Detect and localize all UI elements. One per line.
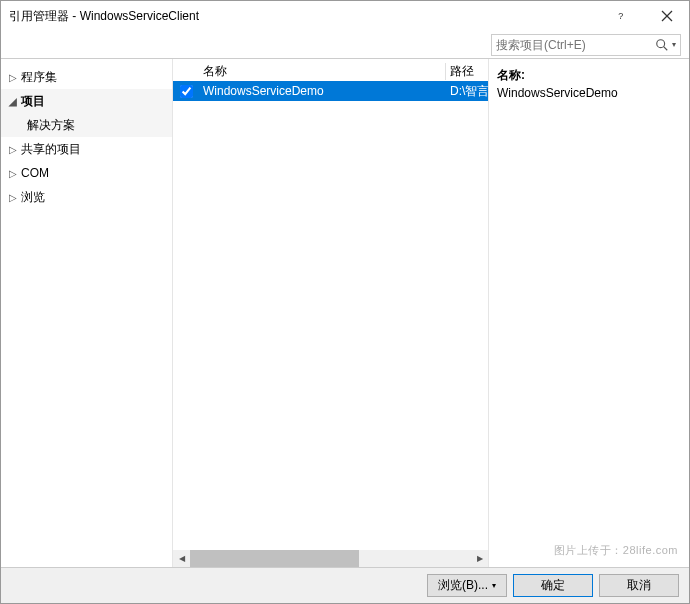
chevron-right-icon: ▷	[7, 72, 19, 83]
sidebar-item-label: 项目	[19, 93, 45, 110]
ok-button[interactable]: 确定	[513, 574, 593, 597]
chevron-right-icon: ▷	[7, 192, 19, 203]
row-checkbox[interactable]	[180, 85, 193, 98]
footer: 浏览(B)... ▾ 确定 取消	[1, 567, 689, 603]
chevron-down-icon: ◢	[7, 96, 19, 107]
search-box[interactable]: ▾	[491, 34, 681, 56]
center-panel: 名称 路径 WindowsServiceDemo D:\智言 ◀ ▶	[173, 59, 489, 567]
scroll-left-icon[interactable]: ◀	[173, 550, 190, 567]
window-title: 引用管理器 - WindowsServiceClient	[9, 8, 599, 25]
sidebar-item-projects[interactable]: ◢ 项目	[1, 89, 172, 113]
scroll-track[interactable]	[190, 550, 471, 567]
browse-button-label: 浏览(B)...	[438, 577, 488, 594]
details-panel: 名称: WindowsServiceDemo	[489, 59, 689, 567]
search-input[interactable]	[496, 38, 655, 52]
sidebar-item-label: 程序集	[19, 69, 57, 86]
sidebar-item-shared[interactable]: ▷ 共享的项目	[1, 137, 172, 161]
close-button[interactable]	[644, 1, 689, 31]
sidebar-item-label: 浏览	[19, 189, 45, 206]
col-header-path[interactable]: 路径	[446, 63, 488, 80]
sidebar-item-assemblies[interactable]: ▷ 程序集	[1, 65, 172, 89]
help-button[interactable]: ?	[599, 1, 644, 31]
details-name-value: WindowsServiceDemo	[497, 86, 681, 108]
svg-point-3	[657, 39, 665, 47]
search-row: ▾	[1, 31, 689, 59]
titlebar: 引用管理器 - WindowsServiceClient ?	[1, 1, 689, 31]
col-header-name[interactable]: 名称	[199, 63, 446, 80]
svg-text:?: ?	[618, 11, 623, 21]
details-name-label: 名称:	[497, 67, 681, 86]
sidebar: ▷ 程序集 ◢ 项目 解决方案 ▷ 共享的项目 ▷ COM ▷ 浏览	[1, 59, 173, 567]
sidebar-item-label: 共享的项目	[19, 141, 81, 158]
horizontal-scrollbar[interactable]: ◀ ▶	[173, 550, 488, 567]
table-row[interactable]: WindowsServiceDemo D:\智言	[173, 81, 488, 101]
scroll-right-icon[interactable]: ▶	[471, 550, 488, 567]
list-body: WindowsServiceDemo D:\智言	[173, 81, 488, 550]
dropdown-icon[interactable]: ▾	[669, 40, 676, 49]
window-controls: ?	[599, 1, 689, 31]
sidebar-subitem-solution[interactable]: 解决方案	[1, 113, 172, 137]
chevron-right-icon: ▷	[7, 144, 19, 155]
svg-line-4	[664, 46, 668, 50]
cancel-button[interactable]: 取消	[599, 574, 679, 597]
sidebar-item-label: COM	[19, 166, 49, 180]
browse-button[interactable]: 浏览(B)... ▾	[427, 574, 507, 597]
scroll-thumb[interactable]	[190, 550, 359, 567]
main-area: ▷ 程序集 ◢ 项目 解决方案 ▷ 共享的项目 ▷ COM ▷ 浏览 名称 路径	[1, 59, 689, 567]
search-icon[interactable]	[655, 38, 669, 52]
list-header: 名称 路径	[173, 59, 488, 81]
sidebar-item-com[interactable]: ▷ COM	[1, 161, 172, 185]
sidebar-subitem-label: 解决方案	[27, 117, 75, 134]
row-name: WindowsServiceDemo	[199, 84, 446, 98]
row-path: D:\智言	[446, 83, 488, 100]
dropdown-icon: ▾	[488, 581, 496, 590]
chevron-right-icon: ▷	[7, 168, 19, 179]
sidebar-item-browse[interactable]: ▷ 浏览	[1, 185, 172, 209]
row-checkbox-cell	[173, 85, 199, 98]
